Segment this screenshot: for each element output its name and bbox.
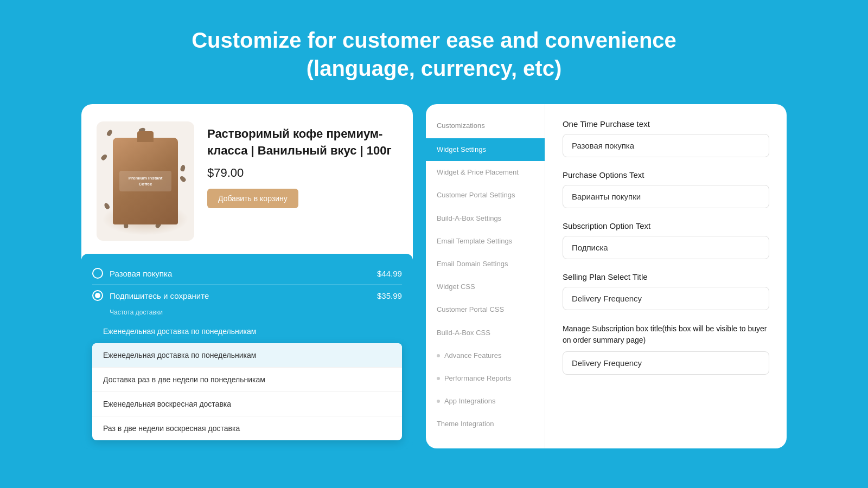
field-label-manage-subscription: Manage Subscription box title(this box w… xyxy=(563,323,769,346)
field-label-purchase-options: Purchase Options Text xyxy=(563,170,769,179)
subscribe-radio[interactable] xyxy=(92,290,103,301)
sidebar-item-theme[interactable]: Theme Integration xyxy=(426,413,545,435)
cards-container: Premium Instant Coffee Растворимый кофе … xyxy=(81,104,787,449)
input-selling-plan[interactable] xyxy=(563,287,769,310)
sidebar-item-widget-css[interactable]: Widget CSS xyxy=(426,275,545,298)
page-headline: Customize for customer ease and convenie… xyxy=(192,26,676,82)
sidebar-item-build-a-box[interactable]: Build-A-Box Settings xyxy=(426,207,545,230)
subscribe-label: Подпишитесь и сохраните xyxy=(110,291,371,300)
sidebar-item-box-css[interactable]: Build-A-Box CSS xyxy=(426,322,545,344)
sidebar-title: Customizations xyxy=(426,117,545,138)
subscribe-price: $35.99 xyxy=(377,291,402,300)
subscribe-option[interactable]: Подпишитесь и сохраните $35.99 xyxy=(92,284,402,306)
dropdown-selected[interactable]: Еженедельная доставка по понедельникам xyxy=(92,320,402,342)
field-label-one-time: One Time Purchase text xyxy=(563,119,769,129)
frequency-label: Частота доставки xyxy=(110,309,402,316)
sidebar-item-portal-css[interactable]: Customer Portal CSS xyxy=(426,298,545,321)
add-to-cart-button[interactable]: Добавить в корзину xyxy=(207,189,298,208)
one-time-price: $44.99 xyxy=(377,269,402,278)
sidebar-item-advance[interactable]: Advance Features xyxy=(426,344,545,367)
field-subscription-option: Subscription Option Text xyxy=(563,221,769,259)
input-purchase-options[interactable] xyxy=(563,185,769,208)
field-purchase-options: Purchase Options Text xyxy=(563,170,769,208)
dropdown-item-3[interactable]: Раз в две недели воскресная доставка xyxy=(92,416,402,440)
coffee-bag-label: Premium Instant Coffee xyxy=(119,171,171,191)
field-manage-subscription: Manage Subscription box title(this box w… xyxy=(563,323,769,375)
dropdown-item-1[interactable]: Доставка раз в две недели по понедельник… xyxy=(92,368,402,392)
sidebar-item-portal-settings[interactable]: Customer Portal Settings xyxy=(426,184,545,207)
one-time-option[interactable]: Разовая покупка $44.99 xyxy=(92,262,402,284)
sidebar-item-integrations[interactable]: App Integrations xyxy=(426,390,545,413)
sidebar-dot-int xyxy=(437,400,440,403)
one-time-radio[interactable] xyxy=(92,268,103,279)
product-card: Premium Instant Coffee Растворимый кофе … xyxy=(81,104,413,449)
sidebar-dot-perf xyxy=(437,377,440,380)
sidebar-item-performance[interactable]: Performance Reports xyxy=(426,367,545,390)
settings-panel: One Time Purchase text Purchase Options … xyxy=(545,104,787,448)
sidebar-dot xyxy=(437,354,440,357)
input-manage-subscription[interactable] xyxy=(563,351,769,375)
dropdown-list: Еженедельная доставка по понедельникам Д… xyxy=(92,343,402,440)
dropdown-wrapper: Еженедельная доставка по понедельникам Е… xyxy=(92,320,402,440)
field-one-time-purchase: One Time Purchase text xyxy=(563,119,769,157)
input-subscription-option[interactable] xyxy=(563,236,769,259)
dropdown-item-2[interactable]: Еженедельная воскресная доставка xyxy=(92,392,402,416)
subscription-widget: Разовая покупка $44.99 Подпишитесь и сох… xyxy=(81,254,413,449)
field-label-subscription: Subscription Option Text xyxy=(563,221,769,230)
sidebar-item-price-placement[interactable]: Widget & Price Placement xyxy=(426,161,545,184)
product-info: Растворимый кофе премиум-класса | Ваниль… xyxy=(207,121,398,208)
product-title: Растворимый кофе премиум-класса | Ваниль… xyxy=(207,126,398,159)
input-one-time-purchase[interactable] xyxy=(563,134,769,157)
sidebar: Customizations Widget Settings Widget & … xyxy=(426,104,545,448)
one-time-label: Разовая покупка xyxy=(110,269,371,278)
sidebar-item-email-domain[interactable]: Email Domain Settings xyxy=(426,253,545,275)
coffee-bag-image: Premium Instant Coffee xyxy=(113,138,178,224)
field-selling-plan: Selling Plan Select Title xyxy=(563,272,769,310)
field-label-selling-plan: Selling Plan Select Title xyxy=(563,272,769,281)
sidebar-item-widget-settings[interactable]: Widget Settings xyxy=(426,138,545,161)
customizations-card: Customizations Widget Settings Widget & … xyxy=(426,104,787,448)
product-image: Premium Instant Coffee xyxy=(97,121,194,241)
dropdown-item-0[interactable]: Еженедельная доставка по понедельникам xyxy=(92,343,402,368)
product-price: $79.00 xyxy=(207,166,398,180)
sidebar-item-email-template[interactable]: Email Template Settings xyxy=(426,230,545,253)
product-section: Premium Instant Coffee Растворимый кофе … xyxy=(97,121,398,241)
